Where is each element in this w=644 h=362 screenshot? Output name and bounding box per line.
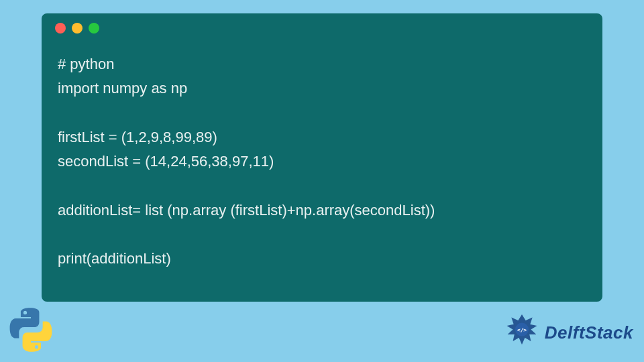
code-line	[58, 174, 586, 198]
delftstack-logo-icon: </>	[503, 314, 541, 351]
python-logo-icon	[7, 306, 55, 354]
code-window: # python import numpy as np firstList = …	[42, 13, 602, 302]
close-icon	[55, 23, 66, 34]
code-line: firstList = (1,2,9,8,99,89)	[58, 125, 586, 149]
svg-text:</>: </>	[517, 327, 527, 333]
brand-name: DelftStack	[545, 322, 633, 343]
code-line: additionList= list (np.array (firstList)…	[58, 198, 586, 223]
code-block: # python import numpy as np firstList = …	[42, 40, 602, 288]
code-line: secondList = (14,24,56,38,97,11)	[58, 149, 586, 174]
maximize-icon	[89, 23, 99, 34]
code-line: print(additionList)	[58, 247, 586, 271]
code-line	[58, 223, 586, 247]
code-line: # python	[58, 52, 586, 76]
code-line: import numpy as np	[58, 76, 586, 101]
minimize-icon	[72, 23, 83, 34]
brand-badge: </> DelftStack	[503, 314, 633, 351]
window-controls	[42, 23, 602, 40]
code-line	[58, 101, 586, 125]
